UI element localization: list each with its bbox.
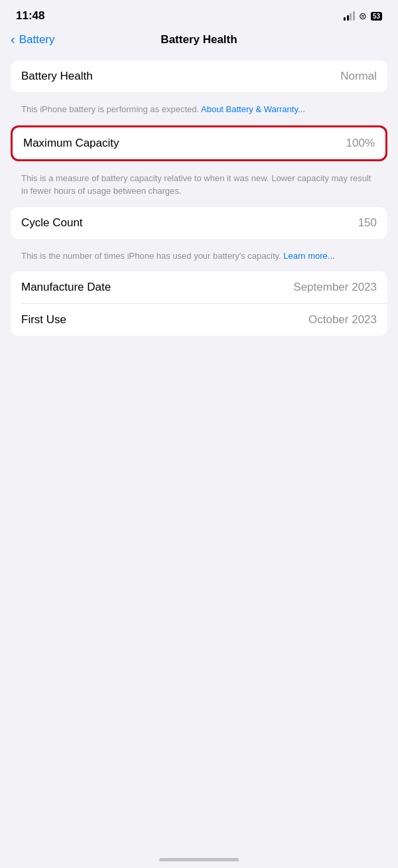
maximum-capacity-row: Maximum Capacity 100% (13, 127, 385, 159)
cycle-count-description: This is the number of times iPhone has u… (11, 244, 387, 272)
manufacture-date-value: September 2023 (293, 281, 377, 294)
cycle-count-card: Cycle Count 150 (11, 207, 387, 239)
status-icons: ⊜ 53 (344, 11, 382, 21)
battery-health-card: Battery Health Normal (11, 60, 387, 92)
back-chevron-icon: ‹ (11, 32, 15, 47)
battery-warranty-link[interactable]: About Battery & Warranty... (201, 104, 305, 114)
nav-bar: ‹ Battery Battery Health (0, 28, 398, 55)
first-use-row: First Use October 2023 (11, 304, 387, 336)
back-button[interactable]: ‹ Battery (11, 32, 55, 47)
first-use-label: First Use (21, 313, 66, 326)
battery-health-label: Battery Health (21, 70, 93, 83)
battery-health-row: Battery Health Normal (11, 60, 387, 92)
main-content: Battery Health Normal This iPhone batter… (0, 55, 398, 346)
back-label: Battery (19, 33, 55, 46)
status-time: 11:48 (16, 9, 44, 23)
battery-badge: 53 (371, 12, 382, 21)
signal-icon (344, 11, 355, 21)
maximum-capacity-label: Maximum Capacity (23, 137, 119, 150)
maximum-capacity-value: 100% (346, 137, 375, 150)
status-bar: 11:48 ⊜ 53 (0, 0, 398, 28)
manufacture-date-label: Manufacture Date (21, 281, 111, 294)
manufacture-date-row: Manufacture Date September 2023 (11, 271, 387, 303)
cycle-count-label: Cycle Count (21, 216, 83, 230)
learn-more-link[interactable]: Learn more... (283, 251, 334, 261)
wifi-icon: ⊜ (359, 11, 367, 21)
cycle-count-value: 150 (358, 216, 377, 230)
first-use-value: October 2023 (308, 313, 377, 326)
page-title: Battery Health (161, 33, 237, 46)
maximum-capacity-card: Maximum Capacity 100% (11, 125, 387, 161)
home-indicator (159, 858, 239, 861)
maximum-capacity-description: This is a measure of battery capacity re… (11, 167, 387, 207)
cycle-count-row: Cycle Count 150 (11, 207, 387, 239)
battery-health-description: This iPhone battery is performing as exp… (11, 98, 387, 125)
dates-card: Manufacture Date September 2023 First Us… (11, 271, 387, 336)
battery-health-value: Normal (340, 70, 377, 83)
